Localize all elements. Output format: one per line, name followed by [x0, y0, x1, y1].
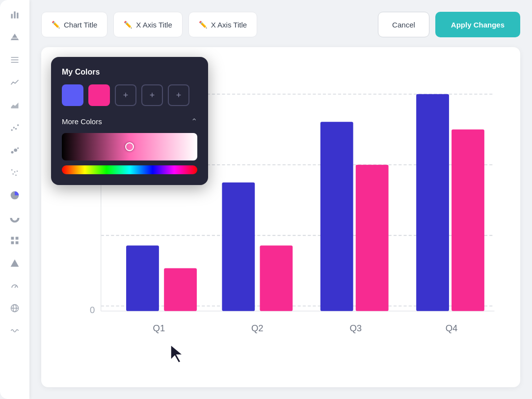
svg-text:Q1: Q1 [153, 323, 165, 333]
area-chart-icon[interactable] [8, 98, 22, 112]
svg-rect-21 [11, 241, 14, 244]
svg-point-9 [17, 124, 19, 126]
svg-point-11 [14, 149, 17, 152]
color-gradient-picker[interactable] [62, 133, 197, 160]
svg-rect-22 [16, 241, 19, 244]
svg-rect-0 [11, 14, 13, 18]
pyramid-icon[interactable] [8, 30, 22, 44]
x-axis-title-label-2: X Axis Title [211, 21, 247, 29]
svg-text:0: 0 [90, 305, 95, 315]
color-swatch-pink[interactable] [88, 84, 110, 106]
chevron-up-icon[interactable]: ⌃ [191, 117, 197, 126]
svg-rect-20 [16, 237, 19, 240]
svg-point-13 [11, 169, 13, 171]
chart-area: My Colors + + + More Colors ⌃ [41, 47, 520, 387]
bar-q1-pink [164, 268, 197, 311]
bar-chart-icon[interactable] [8, 8, 22, 22]
main-content: ✏️ Chart Title ✏️ X Axis Title ✏️ X Axis… [29, 0, 532, 399]
triangle-icon[interactable] [8, 256, 22, 270]
bar-q2-pink [260, 245, 293, 311]
bar-q4-pink [452, 130, 484, 311]
bar-q3-pink [356, 165, 389, 311]
svg-point-7 [13, 127, 15, 128]
line-chart-icon[interactable] [8, 76, 22, 89]
more-colors-label: More Colors [62, 117, 102, 126]
svg-point-12 [17, 147, 19, 149]
bar-q4-blue [416, 94, 449, 311]
chart-title-button[interactable]: ✏️ Chart Title [41, 12, 107, 37]
my-colors-title: My Colors [62, 68, 197, 77]
svg-point-10 [11, 151, 14, 154]
scatter2-icon[interactable] [8, 166, 22, 180]
x-axis-title-button-1[interactable]: ✏️ X Axis Title [113, 12, 182, 37]
svg-rect-19 [11, 237, 14, 240]
sidebar [0, 0, 29, 399]
hue-slider[interactable] [62, 165, 197, 174]
add-color-slot-3[interactable]: + [168, 84, 189, 106]
add-color-slot-2[interactable]: + [141, 84, 163, 106]
svg-point-16 [17, 170, 18, 172]
donut-icon[interactable] [8, 211, 22, 225]
svg-text:Q3: Q3 [349, 323, 362, 333]
x-axis-title-label-1: X Axis Title [136, 21, 172, 29]
more-colors-header: More Colors ⌃ [62, 117, 197, 126]
svg-point-14 [14, 171, 16, 173]
svg-text:Q4: Q4 [446, 323, 458, 333]
svg-point-6 [11, 129, 13, 131]
svg-rect-1 [14, 11, 15, 18]
pie-icon[interactable] [8, 188, 22, 202]
svg-text:Q2: Q2 [251, 323, 264, 333]
svg-point-15 [12, 173, 14, 175]
x-axis-title-button-2[interactable]: ✏️ X Axis Title [188, 12, 257, 37]
list-icon[interactable] [8, 53, 22, 67]
bar-q2-blue [222, 183, 255, 311]
pencil-icon-3: ✏️ [199, 21, 207, 28]
gauge-icon[interactable] [8, 279, 22, 293]
add-color-slot-1[interactable]: + [115, 84, 136, 106]
apply-changes-button[interactable]: Apply Changes [435, 12, 520, 37]
svg-point-8 [15, 128, 17, 130]
pencil-icon-1: ✏️ [52, 21, 60, 28]
globe-icon[interactable] [8, 301, 22, 315]
color-swatch-purple[interactable] [62, 84, 83, 106]
grid-icon[interactable] [8, 234, 22, 247]
scatter-icon[interactable] [8, 121, 22, 134]
cancel-button[interactable]: Cancel [378, 12, 429, 37]
wave-icon[interactable] [8, 324, 22, 338]
svg-line-24 [15, 286, 16, 288]
color-swatches: + + + [62, 84, 197, 106]
chart-title-label: Chart Title [64, 21, 97, 29]
svg-point-17 [15, 175, 17, 176]
color-picker-panel: My Colors + + + More Colors ⌃ [51, 57, 208, 185]
svg-point-18 [11, 214, 19, 222]
svg-rect-2 [17, 13, 18, 19]
app-container: ✏️ Chart Title ✏️ X Axis Title ✏️ X Axis… [0, 0, 532, 399]
svg-marker-23 [11, 260, 19, 267]
bubble-icon[interactable] [8, 143, 22, 157]
pencil-icon-2: ✏️ [124, 21, 132, 28]
gradient-handle[interactable] [125, 142, 134, 151]
bar-q1-blue [126, 245, 159, 311]
bar-q3-blue [320, 122, 353, 311]
toolbar: ✏️ Chart Title ✏️ X Axis Title ✏️ X Axis… [41, 12, 520, 37]
